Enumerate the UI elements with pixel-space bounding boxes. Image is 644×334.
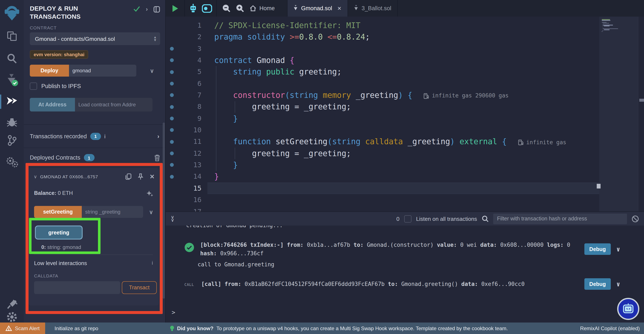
search-icon[interactable] [0,53,24,64]
info-icon[interactable]: i [152,260,153,266]
setgreeting-expand-chevron-icon[interactable]: ∨ [149,209,153,215]
debugger-icon[interactable] [0,117,24,128]
call-log-row[interactable]: CALL [call] from: 0xB1aB62fdFC104512F594… [184,280,524,289]
setgreeting-button[interactable]: setGreeting [34,206,82,218]
tab-home[interactable]: Home [250,5,275,11]
minimap[interactable] [599,16,638,211]
copilot-status[interactable]: RemixAI Copilot (enabled) [580,325,640,331]
activity-bar [0,0,24,323]
call-tag: CALL [184,280,194,287]
code-line[interactable]: 11 function setGreeting(string calldata … [166,136,599,148]
expand-terminal-icon[interactable]: ∨∨ [171,216,174,222]
code-editor[interactable]: 1// SPDX-License-Identifier: MIT2pragma … [166,16,644,211]
close-tab-icon[interactable]: ✕ [337,5,342,11]
contract-instance-title[interactable]: GMONAD AT 0X606...67579 [40,174,98,179]
tx-filter-input[interactable] [493,213,627,224]
split-view-icon[interactable] [153,6,160,13]
tab-ballot-sol[interactable]: 3_Ballot.sol [348,0,398,16]
low-level-label: Low level interactions [34,260,87,266]
remix-ide-window: DEPLOY & RUNTRANSACTIONS › CONTRACT Gmon… [0,0,644,334]
calldata-label: CALLDATA [34,273,58,278]
terminal-prompt[interactable]: > [172,309,175,316]
ai-sparkle-icon[interactable] [146,190,154,198]
zoom-in-icon[interactable] [236,4,244,12]
calldata-input[interactable] [34,281,120,294]
modified-line-dot [166,101,178,113]
code-line[interactable]: 3 [166,43,599,54]
expand-tx-chevron-icon[interactable]: ∨ [616,280,620,288]
code-line[interactable]: 12 greeting = _greeting; [166,148,599,159]
settings-icon[interactable] [0,312,24,323]
setgreeting-arg-input[interactable] [82,206,143,218]
pin-panel-chevron-icon[interactable]: › [146,6,148,12]
plugin-manager-icon[interactable] [0,299,24,310]
at-address-button[interactable]: At Address [30,98,75,111]
publish-ipfs-checkbox[interactable] [30,82,37,90]
code-line[interactable]: 15 [166,183,599,194]
at-address-input[interactable] [75,98,152,111]
code-line[interactable]: 10 [166,124,599,136]
clear-console-icon[interactable] [632,215,639,222]
gutter-space [166,206,178,211]
pin-icon[interactable] [138,173,144,180]
contract-select[interactable]: Gmonad - contracts/Gmonad.sol ▲▼ [30,32,160,45]
remove-instance-icon[interactable]: ✕ [150,173,154,180]
ai-assistant-robot-icon[interactable] [189,4,197,13]
code-line[interactable]: 9 } [166,113,599,124]
constructor-arg-input[interactable] [69,65,136,77]
solidity-unit-testing-icon[interactable] [0,157,24,168]
git-init-button[interactable]: Initialize as git repo [54,325,98,331]
remixai-copilot-avatar[interactable] [617,298,639,320]
git-icon[interactable] [0,134,24,146]
trash-icon[interactable] [154,154,160,161]
listen-all-tx-checkbox[interactable] [404,215,412,222]
scam-alert-badge[interactable]: Scam Alert [0,323,45,334]
copilot-toggle-icon[interactable] [202,4,212,12]
transaction-log-row[interactable]: [block:7646266 txIndex:-] from: 0xb1a...… [184,241,570,258]
transactions-recorded-row[interactable]: Transactions recorded 1 i › [24,124,165,148]
collapse-chevron-icon[interactable]: ∨ [34,174,37,179]
listen-all-tx-label: Listen on all transactions [416,216,477,222]
solidity-compiler-icon[interactable] [0,73,24,87]
transact-button[interactable]: Transact [122,281,157,294]
info-icon[interactable]: i [104,133,106,139]
modified-line-dot [166,54,178,66]
deploy-expand-chevron-icon[interactable]: ∨ [150,67,154,74]
scrollbar-thumb[interactable] [639,99,644,102]
debug-button[interactable]: Debug [584,278,611,290]
code-line[interactable]: 16 [166,194,599,206]
code-line[interactable]: 14} [166,171,599,183]
copy-address-icon[interactable] [126,173,132,180]
line-number: 14 [178,171,202,183]
terminal-body[interactable]: creation of Gmonad pending... [block:764… [166,226,644,323]
transactions-count-badge: 1 [90,133,101,140]
run-script-button[interactable] [166,0,185,16]
code-lines[interactable]: 1// SPDX-License-Identifier: MIT2pragma … [166,16,599,211]
code-line[interactable]: 1// SPDX-License-Identifier: MIT [166,19,599,31]
debug-button[interactable]: Debug [584,243,611,255]
code-line[interactable]: 8 greeting = _greeting; [166,101,599,113]
modified-line-dot [166,171,178,183]
zoom-out-icon[interactable] [222,4,230,12]
deploy-button[interactable]: Deploy [30,65,69,77]
expand-chevron-icon[interactable]: › [158,133,159,139]
editor-scrollbar[interactable] [638,16,644,211]
greeting-button[interactable]: greeting [35,226,83,240]
deploy-run-panel: DEPLOY & RUNTRANSACTIONS › CONTRACT Gmon… [24,0,165,323]
code-line[interactable]: 17 [166,206,599,211]
expand-tx-chevron-icon[interactable]: ∨ [616,246,620,253]
deploy-and-run-icon[interactable] [0,95,24,106]
terminal-search-icon[interactable] [482,215,488,222]
code-line[interactable]: 7 constructor(string memory _greeting) {… [166,89,599,101]
code-line[interactable]: 2pragma solidity >=0.8.0 <=0.8.24; [166,31,599,43]
code-line[interactable]: 5 string public greeting; [166,66,599,78]
code-line[interactable]: 13 } [166,159,599,171]
file-explorer-icon[interactable] [0,31,24,42]
tab-gmonad-sol[interactable]: Gmonad.sol ✕ [288,0,348,16]
code-line[interactable]: 4contract Gmonad { [166,54,599,66]
code-line[interactable]: 6 [166,78,599,89]
gas-estimate-annotation: infinite gas 290600 gas [423,90,508,102]
line-number: 1 [178,19,202,31]
remix-logo[interactable] [0,4,24,21]
panel-scrollbar[interactable] [163,123,165,299]
